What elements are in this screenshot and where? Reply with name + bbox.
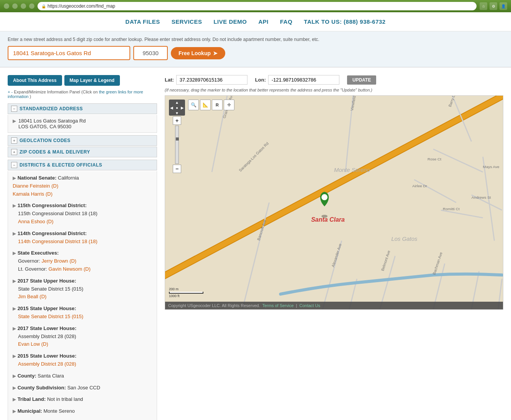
user-icon[interactable]: 👤 (500, 2, 507, 10)
scale-label-ft: 1000 ft (169, 294, 203, 298)
scale-line (169, 292, 203, 294)
search-zip-input[interactable] (133, 46, 168, 60)
update-button[interactable]: UPDATE (347, 75, 376, 85)
map-tools: 🔍 📐 R ✛ (188, 100, 234, 110)
list-item: ▶ State Executives: Governor: Jerry Brow… (13, 249, 152, 273)
svg-text:Airlee Dr: Airlee Dr (412, 184, 427, 188)
lat-input[interactable] (176, 75, 247, 85)
districts-toggle[interactable]: − (11, 162, 17, 168)
list-item: ▶ County: Santa Clara (13, 372, 152, 380)
browser-forward-btn[interactable] (12, 3, 18, 9)
anna-eshoo-link[interactable]: Anna Eshoo (D) (13, 219, 54, 224)
zoom-out-button[interactable]: − (173, 165, 181, 173)
tab-map-layer[interactable]: Map Layer & Legend (64, 75, 120, 86)
lon-group: Lon: (255, 75, 339, 85)
standardized-toggle[interactable]: − (11, 106, 17, 112)
contact-us-link[interactable]: Contact Us (299, 303, 320, 308)
map-footer: Copyright USgeocoder LLC. All Rights Res… (165, 302, 503, 309)
browser-address-bar[interactable]: 🔒 https://usgeocoder.com/find_map (38, 2, 477, 10)
2015-senate-link[interactable]: State Senate District 15 (015) (13, 314, 84, 319)
expand-plus[interactable]: + (8, 90, 10, 94)
search-address-input[interactable] (8, 46, 130, 60)
address-line2: LOS GATOS, CA 95030 (18, 124, 86, 129)
measure-tool-icon[interactable]: 📐 (200, 100, 211, 110)
map-svg: Grandview Ave Saratoga-Los Gatos Rd Banc… (165, 96, 503, 309)
tribal-label: Tribal Land: (18, 396, 46, 402)
browser-back-btn[interactable] (4, 3, 9, 9)
pan-up-icon[interactable]: ▲ (174, 100, 180, 105)
nav-api[interactable]: API (258, 18, 269, 25)
standardized-address-content: ▶ 18041 Los Gatos Saratoga Rd LOS GATOS,… (8, 115, 157, 133)
2015-assembly-link[interactable]: Assembly District 28 (028) (13, 361, 76, 367)
list-item: ▶ National Senate: California Dianne Fei… (13, 174, 152, 198)
bullet-icon: ▶ (13, 353, 16, 359)
evan-low-link[interactable]: Evan Low (D) (13, 341, 48, 347)
browser-refresh-btn[interactable] (21, 3, 26, 9)
gavin-newsom-link[interactable]: Gavin Newsom (D) (48, 266, 90, 272)
zoom-bar[interactable] (175, 126, 179, 164)
state-exec-label: State Executives: (18, 250, 59, 256)
nav-data-files[interactable]: DATA FILES (125, 18, 160, 25)
svg-text:Andrews St: Andrews St (472, 195, 491, 199)
map-container[interactable]: Grandview Ave Saratoga-Los Gatos Rd Banc… (165, 95, 503, 310)
lat-label: Lat: (165, 77, 174, 83)
pan-control[interactable]: ▲ ◀ ● ▶ ▼ (169, 100, 185, 116)
zoom-handle[interactable] (176, 137, 179, 141)
nav-talk-to-us[interactable]: TALK TO US: (888) 938-6732 (304, 18, 385, 25)
list-item: ▶ Tribal Land: Not in tribal land (13, 395, 152, 404)
browser-home-btn[interactable] (29, 3, 34, 9)
list-item: ▶ County Subdivision: San Jose CCD (13, 384, 152, 392)
terms-of-service-link[interactable]: Terms of Service (262, 303, 294, 308)
reset-tool-icon[interactable]: R (212, 100, 223, 110)
free-lookup-button[interactable]: Free Lookup ➤ (171, 47, 225, 59)
lon-label: Lon: (255, 77, 266, 83)
bookmark-star-icon[interactable]: ☆ (480, 2, 487, 10)
search-tool-icon[interactable]: 🔍 (188, 100, 199, 110)
tab-about-address[interactable]: About This Address (8, 75, 62, 86)
svg-point-36 (321, 194, 328, 200)
geolocation-toggle[interactable]: + (11, 137, 17, 144)
standardized-address-header[interactable]: − STANDARDIZED ADDRESS (8, 103, 157, 114)
move-tool-icon[interactable]: ✛ (224, 100, 234, 110)
jim-beall-link[interactable]: Jim Beall (D) (13, 294, 46, 299)
bullet-icon: ▶ (13, 175, 16, 181)
scale-bar: 200 m 1000 ft (169, 287, 203, 298)
left-panel: About This Address Map Layer & Legend + … (8, 75, 165, 420)
standardized-title: STANDARDIZED ADDRESS (20, 106, 83, 111)
114th-link[interactable]: 114th Congressional District 18 (18) (13, 239, 97, 244)
zip-mail-section: + ZIP CODES & MAIL DELIVERY (8, 147, 157, 157)
zip-mail-toggle[interactable]: + (11, 149, 17, 155)
zoom-in-button[interactable]: + (173, 116, 181, 125)
expand-minus[interactable]: - (11, 90, 13, 94)
nav-services[interactable]: SERVICES (172, 18, 202, 25)
lon-input[interactable] (268, 75, 339, 85)
national-senate-label: National Senate: (18, 175, 57, 181)
districts-header[interactable]: − DISTRICTS & ELECTED OFFICIALS (8, 160, 157, 170)
list-item: ▶ 2017 State Lower House: Assembly Distr… (13, 325, 152, 348)
pan-down-icon[interactable]: ▼ (174, 110, 180, 116)
list-item: ▶ 2017 State Upper House: State Senate D… (13, 277, 152, 301)
pan-left-icon[interactable]: ◀ (169, 105, 174, 110)
list-item: ▶ 114th Congressional District: 114th Co… (13, 230, 152, 246)
county-sub-label: County Subdivision: (18, 385, 66, 391)
tab-row: About This Address Map Layer & Legend (8, 75, 157, 86)
2017-lower-label: 2017 State Lower House: (18, 325, 77, 331)
dianne-feinstein-link[interactable]: Dianne Feinstein (D) (13, 183, 58, 189)
jerry-brown-link[interactable]: Jerry Brown (D) (41, 258, 76, 264)
search-row: Free Lookup ➤ (8, 46, 503, 60)
bullet-icon: ▶ (13, 231, 16, 236)
zip-mail-header[interactable]: + ZIP CODES & MAIL DELIVERY (8, 147, 157, 157)
extension-icon[interactable]: ⚙ (490, 2, 497, 10)
zip-mail-title: ZIP CODES & MAIL DELIVERY (20, 149, 90, 155)
search-instruction: Enter a new street address and 5 digit z… (8, 37, 503, 42)
pan-right-icon[interactable]: ▶ (180, 105, 185, 110)
2015-lower-label: 2015 State Lower House: (18, 353, 77, 359)
pan-center-icon[interactable]: ● (174, 105, 180, 110)
nav-live-demo[interactable]: LIVE DEMO (213, 18, 247, 25)
bullet-icon: ▶ (13, 385, 16, 391)
svg-point-35 (321, 215, 328, 218)
kamala-harris-link[interactable]: Kamala Harris (D) (13, 191, 52, 197)
nav-faq[interactable]: FAQ (280, 18, 292, 25)
list-item: ▶ Municipal: Monte Sereno (13, 407, 152, 415)
geolocation-header[interactable]: + GEOLCATION CODES (8, 135, 157, 146)
